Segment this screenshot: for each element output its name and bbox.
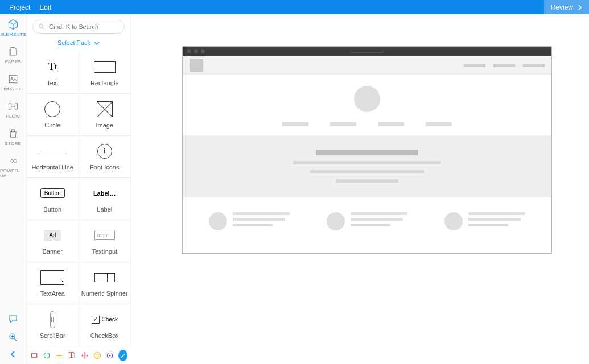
mockup-window[interactable] [182,46,552,254]
tool-text-icon[interactable]: TI [68,350,76,361]
select-pack-dropdown[interactable]: Select Pack [27,36,130,52]
shape-toolbar: TI [27,346,131,364]
paragraph-placeholder [310,170,424,173]
textarea-icon [40,270,64,285]
bag-icon [7,128,19,139]
logo-placeholder [190,59,203,72]
scrollbar-icon [50,311,55,328]
tool-brush-icon[interactable] [118,350,127,361]
nav-item-placeholder [282,122,308,126]
element-label: Image [96,122,113,129]
avatar-placeholder [444,212,463,230]
rail-label: FLOW [6,114,20,119]
hline-icon [40,151,65,151]
svg-rect-3 [15,104,17,109]
left-rail: ELEMENTS PAGES IMAGES FLOW STORE POWER-U… [0,14,27,364]
label-icon: Label… [93,190,116,197]
tool-rect-icon[interactable] [30,350,38,361]
element-hline[interactable]: Horizontal Line [27,136,79,177]
element-circle[interactable]: Circle [27,94,79,135]
canvas[interactable] [131,14,589,364]
rail-label: ELEMENTS [0,32,26,37]
chevron-down-icon [94,41,100,46]
review-button[interactable]: Review [544,0,589,14]
search-input[interactable] [32,20,125,34]
element-textarea[interactable]: TextArea [27,262,79,304]
element-image[interactable]: Image [79,94,131,135]
nav-link-placeholder [464,64,485,67]
svg-point-10 [98,354,99,355]
element-rectangle[interactable]: Rectangle [79,52,131,93]
pages-icon [7,46,19,57]
tool-circle-icon[interactable] [43,350,51,361]
heading-placeholder [316,150,418,155]
element-textinput[interactable]: Input TextInput [79,220,131,262]
svg-point-12 [109,354,111,356]
elements-grid: Tt Text Rectangle Circle Ima [27,52,130,364]
image-placeholder-icon [97,101,113,117]
element-banner[interactable]: Ad Banner [27,220,79,262]
element-button[interactable]: Button Button [27,178,79,220]
svg-point-9 [96,354,97,355]
element-label: Label [97,206,112,213]
flow-icon [7,101,19,112]
rail-powerup[interactable]: POWER-UP [0,155,26,179]
text-icon: Tt [48,59,57,75]
spinner-icon [94,273,115,282]
element-checkbox[interactable]: ✓Check CheckBox [79,304,131,346]
select-pack-label: Select Pack [57,39,90,47]
mockup-titlebar [183,47,551,56]
info-icon: i [97,144,112,159]
feature-column [327,212,407,230]
nav-link-placeholder [523,64,545,67]
rail-label: PAGES [5,59,21,64]
element-label: TextInput [92,248,117,255]
rail-store[interactable]: STORE [5,128,22,146]
element-label: Horizontal Line [32,164,73,171]
rail-images[interactable]: IMAGES [4,73,23,92]
element-scrollbar[interactable]: ScrollBar [27,304,79,346]
rail-label: IMAGES [4,86,23,92]
feature-columns [183,197,551,253]
element-label: Circle [44,122,60,129]
element-label: Button [43,206,61,213]
svg-point-7 [44,353,50,358]
banner-icon: Ad [44,230,61,241]
rail-elements[interactable]: ELEMENTS [0,19,26,37]
feature-column [444,212,525,230]
element-numspinner[interactable]: Numeric Spinner [79,262,131,304]
menu-edit[interactable]: Edit [35,3,56,11]
rectangle-icon [94,61,116,73]
rail-flow[interactable]: FLOW [6,101,20,119]
element-label[interactable]: Label… Label [79,178,131,220]
avatar-placeholder [354,86,380,112]
tool-target-icon[interactable] [106,350,114,361]
zoom-icon[interactable] [8,332,18,342]
tool-emoji-icon[interactable] [93,350,101,361]
menu-project[interactable]: Project [5,3,35,11]
rail-label: STORE [5,141,22,146]
circle-icon [44,101,60,117]
element-fonticons[interactable]: i Font Icons [79,136,131,177]
element-label: Text [47,80,58,86]
chevron-left-icon[interactable] [9,350,17,358]
element-label: CheckBox [90,332,119,339]
svg-rect-2 [9,104,11,109]
nav-link-placeholder [493,64,515,67]
element-label: Font Icons [90,164,119,171]
search-icon [38,23,45,30]
element-text[interactable]: Tt Text [27,52,79,93]
element-label: Banner [43,248,63,255]
checkbox-icon: ✓ [92,316,100,324]
textinput-icon: Input [94,231,115,240]
tool-move-icon[interactable] [81,350,89,361]
nav-item-placeholder [330,122,356,126]
chat-icon[interactable] [8,314,18,324]
rail-pages[interactable]: PAGES [5,46,21,64]
feature-column [209,212,290,230]
tool-line-icon[interactable] [55,350,63,361]
checkbox-text: Check [102,316,118,322]
traffic-light-icon [194,49,198,53]
avatar-placeholder [209,212,227,230]
avatar-placeholder [327,212,345,230]
